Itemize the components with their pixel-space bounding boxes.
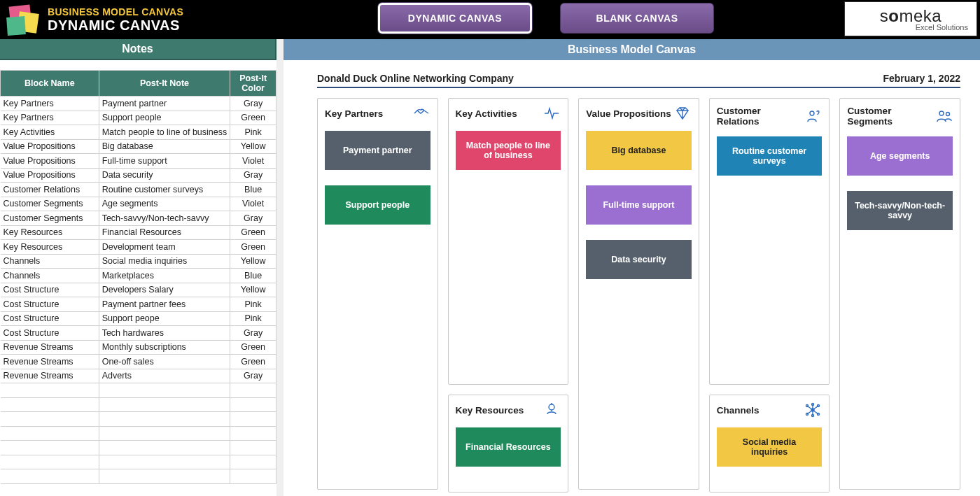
- table-cell[interactable]: [1, 426, 99, 441]
- table-cell[interactable]: Gray: [230, 369, 276, 383]
- table-cell[interactable]: [230, 469, 276, 484]
- table-row[interactable]: Value PropositionsBig databaseYellow: [1, 139, 276, 154]
- table-cell[interactable]: Gray: [230, 211, 276, 226]
- table-cell[interactable]: Violet: [230, 154, 276, 169]
- table-cell[interactable]: Marketplaces: [99, 269, 230, 283]
- table-cell[interactable]: Key Partners: [1, 97, 99, 111]
- table-cell[interactable]: [99, 455, 230, 469]
- table-row[interactable]: [1, 469, 276, 484]
- table-row[interactable]: Revenue StreamsAdvertsGray: [1, 369, 276, 383]
- table-row[interactable]: Key ResourcesDevelopment teamGreen: [1, 240, 276, 255]
- table-cell[interactable]: Big database: [99, 139, 230, 154]
- table-cell[interactable]: [1, 412, 99, 427]
- table-row[interactable]: Cost StructureDevelopers SalaryYellow: [1, 283, 276, 297]
- table-cell[interactable]: Blue: [230, 269, 276, 283]
- table-cell[interactable]: Green: [230, 340, 276, 355]
- table-cell[interactable]: Customer Segments: [1, 211, 99, 226]
- table-row[interactable]: [1, 383, 276, 398]
- table-cell[interactable]: Revenue Streams: [1, 355, 99, 369]
- table-cell[interactable]: [99, 426, 230, 441]
- table-row[interactable]: Cost StructureSupport peopePink: [1, 311, 276, 326]
- table-cell[interactable]: Support people: [99, 111, 230, 125]
- table-cell[interactable]: [1, 469, 99, 484]
- table-cell[interactable]: Green: [230, 111, 276, 125]
- table-row[interactable]: [1, 412, 276, 427]
- postit-data-security[interactable]: Data security: [586, 240, 692, 279]
- table-row[interactable]: ChannelsSocial media inquiriesYellow: [1, 254, 276, 269]
- table-cell[interactable]: Channels: [1, 269, 99, 283]
- table-cell[interactable]: Customer Segments: [1, 197, 99, 211]
- table-cell[interactable]: Key Resources: [1, 240, 99, 255]
- postit-routine-surveys[interactable]: Routine customer surveys: [717, 136, 822, 176]
- table-row[interactable]: [1, 441, 276, 455]
- table-cell[interactable]: [99, 412, 230, 427]
- table-cell[interactable]: Gray: [230, 168, 276, 183]
- table-cell[interactable]: [1, 455, 99, 469]
- table-cell[interactable]: Social media inquiries: [99, 254, 230, 269]
- table-cell[interactable]: [230, 455, 276, 469]
- table-cell[interactable]: Tech-savvy/Non-tech-savvy: [99, 211, 230, 226]
- table-cell[interactable]: Pink: [230, 125, 276, 140]
- table-cell[interactable]: [99, 383, 230, 398]
- table-cell[interactable]: Age segments: [99, 197, 230, 211]
- table-cell[interactable]: [230, 383, 276, 398]
- table-cell[interactable]: Cost Structure: [1, 297, 99, 312]
- table-cell[interactable]: Gray: [230, 326, 276, 341]
- table-cell[interactable]: Revenue Streams: [1, 369, 99, 383]
- table-row[interactable]: Cost StructureTech hardwaresGray: [1, 326, 276, 341]
- table-cell[interactable]: [1, 397, 99, 412]
- table-row[interactable]: [1, 397, 276, 412]
- table-cell[interactable]: Development team: [99, 240, 230, 255]
- postit-age-segments[interactable]: Age segments: [847, 136, 953, 176]
- table-cell[interactable]: Yellow: [230, 139, 276, 154]
- table-cell[interactable]: Routine customer surveys: [99, 183, 230, 197]
- table-cell[interactable]: Revenue Streams: [1, 340, 99, 355]
- table-cell[interactable]: Yellow: [230, 254, 276, 269]
- postit-tech-savvy[interactable]: Tech-savvy/Non-tech-savvy: [847, 191, 953, 230]
- table-cell[interactable]: One-off sales: [99, 355, 230, 369]
- table-cell[interactable]: [99, 469, 230, 484]
- table-cell[interactable]: Green: [230, 355, 276, 369]
- table-row[interactable]: Key PartnersSupport peopleGreen: [1, 111, 276, 125]
- table-cell[interactable]: [230, 426, 276, 441]
- table-row[interactable]: Revenue StreamsOne-off salesGreen: [1, 355, 276, 369]
- table-cell[interactable]: Yellow: [230, 283, 276, 297]
- postit-support-people[interactable]: Support people: [325, 185, 430, 225]
- table-cell[interactable]: Customer Relations: [1, 183, 99, 197]
- postit-big-database[interactable]: Big database: [586, 131, 692, 170]
- table-cell[interactable]: [1, 441, 99, 455]
- table-cell[interactable]: Cost Structure: [1, 283, 99, 297]
- table-cell[interactable]: Value Propositions: [1, 168, 99, 183]
- table-cell[interactable]: Key Partners: [1, 111, 99, 125]
- table-cell[interactable]: Support peope: [99, 311, 230, 326]
- table-cell[interactable]: Adverts: [99, 369, 230, 383]
- postit-match-people[interactable]: Match people to line of business: [456, 131, 561, 170]
- table-cell[interactable]: Monthly subscriptions: [99, 340, 230, 355]
- table-cell[interactable]: Tech hardwares: [99, 326, 230, 341]
- table-cell[interactable]: [1, 383, 99, 398]
- postit-full-time-support[interactable]: Full-time support: [586, 185, 692, 225]
- postit-social-media[interactable]: Social media inquiries: [717, 427, 822, 467]
- table-cell[interactable]: Gray: [230, 97, 276, 111]
- postit-financial-resources[interactable]: Financial Resources: [456, 427, 561, 467]
- table-cell[interactable]: Violet: [230, 197, 276, 211]
- table-cell[interactable]: Key Resources: [1, 225, 99, 240]
- postit-payment-partner[interactable]: Payment partner: [325, 131, 430, 170]
- table-cell[interactable]: [230, 397, 276, 412]
- table-row[interactable]: Key PartnersPayment partnerGray: [1, 97, 276, 111]
- table-cell[interactable]: Payment partner: [99, 97, 230, 111]
- table-cell[interactable]: Payment partner fees: [99, 297, 230, 312]
- table-row[interactable]: Key ActivitiesMatch people to line of bu…: [1, 125, 276, 140]
- table-row[interactable]: Key ResourcesFinancial ResourcesGreen: [1, 225, 276, 240]
- table-cell[interactable]: Green: [230, 225, 276, 240]
- table-cell[interactable]: Key Activities: [1, 125, 99, 140]
- table-row[interactable]: Customer SegmentsTech-savvy/Non-tech-sav…: [1, 211, 276, 226]
- table-cell[interactable]: Data security: [99, 168, 230, 183]
- table-cell[interactable]: Pink: [230, 311, 276, 326]
- table-cell[interactable]: Green: [230, 240, 276, 255]
- table-cell[interactable]: Match people to line of business: [99, 125, 230, 140]
- table-cell[interactable]: [99, 397, 230, 412]
- table-row[interactable]: Customer RelationsRoutine customer surve…: [1, 183, 276, 197]
- table-cell[interactable]: Developers Salary: [99, 283, 230, 297]
- table-row[interactable]: Value PropositionsData securityGray: [1, 168, 276, 183]
